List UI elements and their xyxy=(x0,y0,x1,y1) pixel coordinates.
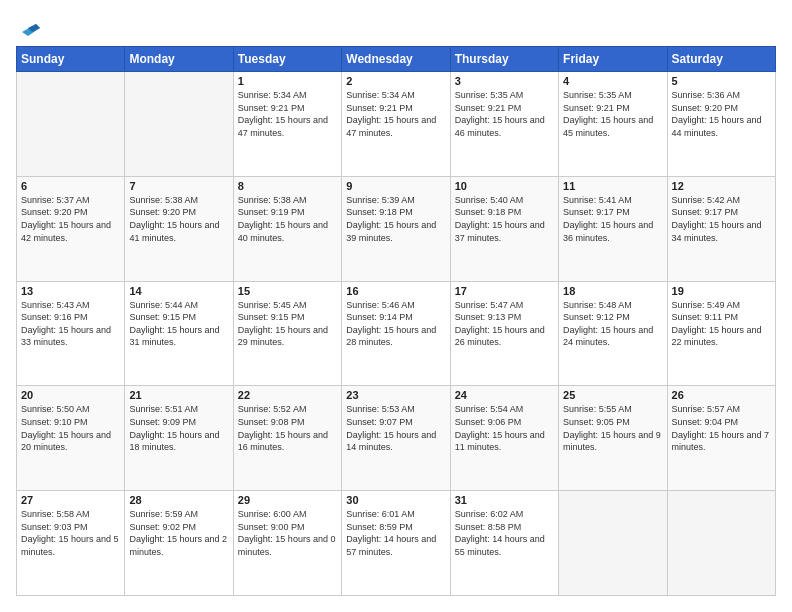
day-number: 13 xyxy=(21,285,120,297)
day-number: 27 xyxy=(21,494,120,506)
calendar-cell: 18Sunrise: 5:48 AMSunset: 9:12 PMDayligh… xyxy=(559,281,667,386)
header-wednesday: Wednesday xyxy=(342,47,450,72)
day-info: Sunrise: 5:57 AMSunset: 9:04 PMDaylight:… xyxy=(672,403,771,453)
calendar-cell: 13Sunrise: 5:43 AMSunset: 9:16 PMDayligh… xyxy=(17,281,125,386)
day-info: Sunrise: 5:49 AMSunset: 9:11 PMDaylight:… xyxy=(672,299,771,349)
day-number: 5 xyxy=(672,75,771,87)
day-number: 3 xyxy=(455,75,554,87)
calendar-cell: 12Sunrise: 5:42 AMSunset: 9:17 PMDayligh… xyxy=(667,176,775,281)
calendar-cell: 1Sunrise: 5:34 AMSunset: 9:21 PMDaylight… xyxy=(233,72,341,177)
calendar-cell: 22Sunrise: 5:52 AMSunset: 9:08 PMDayligh… xyxy=(233,386,341,491)
day-number: 17 xyxy=(455,285,554,297)
calendar-cell: 7Sunrise: 5:38 AMSunset: 9:20 PMDaylight… xyxy=(125,176,233,281)
logo-text xyxy=(16,16,40,36)
day-info: Sunrise: 5:44 AMSunset: 9:15 PMDaylight:… xyxy=(129,299,228,349)
day-info: Sunrise: 5:50 AMSunset: 9:10 PMDaylight:… xyxy=(21,403,120,453)
calendar-cell: 19Sunrise: 5:49 AMSunset: 9:11 PMDayligh… xyxy=(667,281,775,386)
day-info: Sunrise: 5:55 AMSunset: 9:05 PMDaylight:… xyxy=(563,403,662,453)
calendar-cell xyxy=(17,72,125,177)
day-number: 2 xyxy=(346,75,445,87)
day-info: Sunrise: 5:36 AMSunset: 9:20 PMDaylight:… xyxy=(672,89,771,139)
calendar-week-row: 13Sunrise: 5:43 AMSunset: 9:16 PMDayligh… xyxy=(17,281,776,386)
day-number: 1 xyxy=(238,75,337,87)
logo-icon xyxy=(18,14,40,36)
calendar-week-row: 20Sunrise: 5:50 AMSunset: 9:10 PMDayligh… xyxy=(17,386,776,491)
day-info: Sunrise: 5:35 AMSunset: 9:21 PMDaylight:… xyxy=(455,89,554,139)
calendar-cell: 16Sunrise: 5:46 AMSunset: 9:14 PMDayligh… xyxy=(342,281,450,386)
header-sunday: Sunday xyxy=(17,47,125,72)
day-info: Sunrise: 5:53 AMSunset: 9:07 PMDaylight:… xyxy=(346,403,445,453)
day-number: 18 xyxy=(563,285,662,297)
calendar-cell: 17Sunrise: 5:47 AMSunset: 9:13 PMDayligh… xyxy=(450,281,558,386)
calendar-cell: 30Sunrise: 6:01 AMSunset: 8:59 PMDayligh… xyxy=(342,491,450,596)
calendar-cell: 20Sunrise: 5:50 AMSunset: 9:10 PMDayligh… xyxy=(17,386,125,491)
day-info: Sunrise: 5:41 AMSunset: 9:17 PMDaylight:… xyxy=(563,194,662,244)
logo xyxy=(16,16,40,36)
calendar-cell: 23Sunrise: 5:53 AMSunset: 9:07 PMDayligh… xyxy=(342,386,450,491)
header-saturday: Saturday xyxy=(667,47,775,72)
header xyxy=(16,16,776,36)
day-info: Sunrise: 6:01 AMSunset: 8:59 PMDaylight:… xyxy=(346,508,445,558)
header-monday: Monday xyxy=(125,47,233,72)
calendar-cell: 14Sunrise: 5:44 AMSunset: 9:15 PMDayligh… xyxy=(125,281,233,386)
day-number: 9 xyxy=(346,180,445,192)
calendar-cell: 21Sunrise: 5:51 AMSunset: 9:09 PMDayligh… xyxy=(125,386,233,491)
day-number: 25 xyxy=(563,389,662,401)
header-thursday: Thursday xyxy=(450,47,558,72)
day-number: 12 xyxy=(672,180,771,192)
calendar-table: Sunday Monday Tuesday Wednesday Thursday… xyxy=(16,46,776,596)
calendar-cell xyxy=(559,491,667,596)
calendar-cell: 24Sunrise: 5:54 AMSunset: 9:06 PMDayligh… xyxy=(450,386,558,491)
day-info: Sunrise: 5:58 AMSunset: 9:03 PMDaylight:… xyxy=(21,508,120,558)
calendar-week-row: 1Sunrise: 5:34 AMSunset: 9:21 PMDaylight… xyxy=(17,72,776,177)
day-info: Sunrise: 5:40 AMSunset: 9:18 PMDaylight:… xyxy=(455,194,554,244)
calendar-week-row: 6Sunrise: 5:37 AMSunset: 9:20 PMDaylight… xyxy=(17,176,776,281)
day-number: 16 xyxy=(346,285,445,297)
day-info: Sunrise: 5:59 AMSunset: 9:02 PMDaylight:… xyxy=(129,508,228,558)
day-info: Sunrise: 5:38 AMSunset: 9:19 PMDaylight:… xyxy=(238,194,337,244)
calendar-cell: 6Sunrise: 5:37 AMSunset: 9:20 PMDaylight… xyxy=(17,176,125,281)
day-info: Sunrise: 5:54 AMSunset: 9:06 PMDaylight:… xyxy=(455,403,554,453)
day-number: 20 xyxy=(21,389,120,401)
calendar-cell: 28Sunrise: 5:59 AMSunset: 9:02 PMDayligh… xyxy=(125,491,233,596)
day-number: 10 xyxy=(455,180,554,192)
day-number: 30 xyxy=(346,494,445,506)
calendar-cell: 31Sunrise: 6:02 AMSunset: 8:58 PMDayligh… xyxy=(450,491,558,596)
calendar-cell: 5Sunrise: 5:36 AMSunset: 9:20 PMDaylight… xyxy=(667,72,775,177)
calendar-cell: 27Sunrise: 5:58 AMSunset: 9:03 PMDayligh… xyxy=(17,491,125,596)
calendar-cell: 15Sunrise: 5:45 AMSunset: 9:15 PMDayligh… xyxy=(233,281,341,386)
header-friday: Friday xyxy=(559,47,667,72)
weekday-header-row: Sunday Monday Tuesday Wednesday Thursday… xyxy=(17,47,776,72)
calendar-cell: 10Sunrise: 5:40 AMSunset: 9:18 PMDayligh… xyxy=(450,176,558,281)
day-info: Sunrise: 5:37 AMSunset: 9:20 PMDaylight:… xyxy=(21,194,120,244)
day-info: Sunrise: 5:52 AMSunset: 9:08 PMDaylight:… xyxy=(238,403,337,453)
day-number: 21 xyxy=(129,389,228,401)
day-info: Sunrise: 5:43 AMSunset: 9:16 PMDaylight:… xyxy=(21,299,120,349)
day-number: 19 xyxy=(672,285,771,297)
day-number: 29 xyxy=(238,494,337,506)
day-number: 7 xyxy=(129,180,228,192)
day-info: Sunrise: 5:48 AMSunset: 9:12 PMDaylight:… xyxy=(563,299,662,349)
calendar-cell: 26Sunrise: 5:57 AMSunset: 9:04 PMDayligh… xyxy=(667,386,775,491)
day-info: Sunrise: 5:45 AMSunset: 9:15 PMDaylight:… xyxy=(238,299,337,349)
day-number: 23 xyxy=(346,389,445,401)
day-number: 6 xyxy=(21,180,120,192)
day-number: 28 xyxy=(129,494,228,506)
day-info: Sunrise: 5:34 AMSunset: 9:21 PMDaylight:… xyxy=(238,89,337,139)
calendar-cell: 3Sunrise: 5:35 AMSunset: 9:21 PMDaylight… xyxy=(450,72,558,177)
day-info: Sunrise: 6:02 AMSunset: 8:58 PMDaylight:… xyxy=(455,508,554,558)
day-info: Sunrise: 5:39 AMSunset: 9:18 PMDaylight:… xyxy=(346,194,445,244)
day-number: 11 xyxy=(563,180,662,192)
day-info: Sunrise: 5:34 AMSunset: 9:21 PMDaylight:… xyxy=(346,89,445,139)
day-number: 22 xyxy=(238,389,337,401)
day-number: 31 xyxy=(455,494,554,506)
day-info: Sunrise: 5:38 AMSunset: 9:20 PMDaylight:… xyxy=(129,194,228,244)
calendar-cell xyxy=(667,491,775,596)
calendar-week-row: 27Sunrise: 5:58 AMSunset: 9:03 PMDayligh… xyxy=(17,491,776,596)
day-number: 14 xyxy=(129,285,228,297)
day-info: Sunrise: 5:35 AMSunset: 9:21 PMDaylight:… xyxy=(563,89,662,139)
calendar-cell: 2Sunrise: 5:34 AMSunset: 9:21 PMDaylight… xyxy=(342,72,450,177)
day-info: Sunrise: 5:47 AMSunset: 9:13 PMDaylight:… xyxy=(455,299,554,349)
day-number: 4 xyxy=(563,75,662,87)
calendar-cell: 29Sunrise: 6:00 AMSunset: 9:00 PMDayligh… xyxy=(233,491,341,596)
